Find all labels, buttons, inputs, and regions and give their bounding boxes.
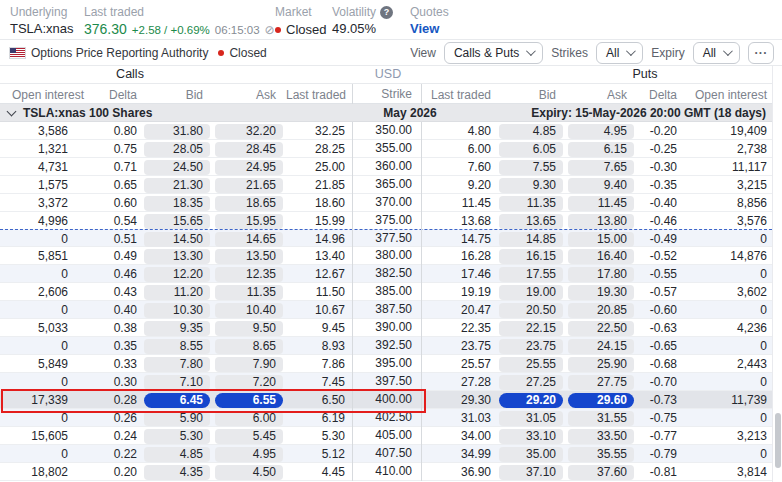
- expiry-group-row[interactable]: TSLA:xnas 100 Shares May 2026 Expiry: 15…: [0, 104, 772, 122]
- option-row-strike-397.50[interactable]: 00.307.107.207.45397.5027.2827.2527.75-0…: [0, 373, 772, 391]
- call-bid-quote-button[interactable]: 7.10: [144, 375, 210, 390]
- call-bid-quote-button[interactable]: 10.30: [144, 303, 210, 318]
- put-bid-quote-button[interactable]: 19.00: [499, 285, 563, 300]
- put-bid-quote-button[interactable]: 7.55: [499, 160, 563, 175]
- call-ask-quote-button[interactable]: 6.55: [215, 393, 283, 408]
- option-row-strike-405.00[interactable]: 15,6050.245.305.455.30405.0034.0033.1033…: [0, 427, 772, 445]
- view-dropdown[interactable]: Calls & Puts: [444, 42, 543, 64]
- call-bid-quote-button[interactable]: 28.05: [144, 142, 210, 157]
- put-ask-quote-button[interactable]: 4.95: [568, 124, 634, 139]
- put-ask-quote-button[interactable]: 29.60: [568, 393, 634, 408]
- call-ask-quote-button[interactable]: 18.65: [215, 196, 283, 211]
- put-ask-quote-button[interactable]: 33.50: [568, 429, 634, 444]
- call-ask-quote-button[interactable]: 6.00: [215, 411, 283, 426]
- option-row-strike-400.00[interactable]: 17,3390.286.456.556.50400.0029.3029.2029…: [0, 391, 772, 409]
- col-header-put-last-traded[interactable]: Last traded: [422, 87, 497, 102]
- put-ask-quote-button[interactable]: 37.60: [568, 465, 634, 480]
- call-ask-quote-button[interactable]: 7.90: [215, 357, 283, 372]
- call-ask-quote-button[interactable]: 28.45: [215, 142, 283, 157]
- call-bid-quote-button[interactable]: 12.20: [144, 267, 210, 282]
- col-header-call-ask[interactable]: Ask: [213, 87, 286, 102]
- option-row-strike-375.00[interactable]: 4,9960.5415.6515.9515.99375.0013.6813.65…: [0, 212, 772, 230]
- more-options-button[interactable]: ...: [748, 42, 774, 64]
- put-ask-quote-button[interactable]: 16.40: [568, 249, 634, 264]
- call-ask-quote-button[interactable]: 4.95: [215, 447, 283, 462]
- call-bid-quote-button[interactable]: 6.45: [144, 393, 210, 408]
- put-bid-quote-button[interactable]: 17.55: [499, 267, 563, 282]
- option-row-strike-377.50[interactable]: 00.5114.5014.6514.96377.5014.7514.8515.0…: [0, 229, 772, 247]
- put-bid-quote-button[interactable]: 16.15: [499, 249, 563, 264]
- call-bid-quote-button[interactable]: 4.35: [144, 465, 210, 480]
- put-bid-quote-button[interactable]: 6.05: [499, 142, 563, 157]
- put-ask-quote-button[interactable]: 9.40: [568, 178, 634, 193]
- put-ask-quote-button[interactable]: 31.55: [568, 411, 634, 426]
- put-ask-quote-button[interactable]: 19.30: [568, 285, 634, 300]
- col-header-strike[interactable]: Strike: [352, 84, 422, 104]
- call-ask-quote-button[interactable]: 12.35: [215, 267, 283, 282]
- put-ask-quote-button[interactable]: 17.80: [568, 267, 634, 282]
- call-ask-quote-button[interactable]: 7.20: [215, 375, 283, 390]
- option-row-strike-382.50[interactable]: 00.4612.2012.3512.67382.5017.4617.5517.8…: [0, 265, 772, 283]
- call-bid-quote-button[interactable]: 24.50: [144, 160, 210, 175]
- call-ask-quote-button[interactable]: 21.65: [215, 178, 283, 193]
- put-bid-quote-button[interactable]: 4.85: [499, 124, 563, 139]
- call-bid-quote-button[interactable]: 4.85: [144, 447, 210, 462]
- put-ask-quote-button[interactable]: 25.90: [568, 357, 634, 372]
- put-bid-quote-button[interactable]: 35.00: [499, 447, 563, 462]
- put-ask-quote-button[interactable]: 7.65: [568, 160, 634, 175]
- option-row-strike-370.00[interactable]: 3,3720.6018.3518.6518.60370.0011.4511.35…: [0, 194, 772, 212]
- call-bid-quote-button[interactable]: 18.35: [144, 196, 210, 211]
- put-ask-quote-button[interactable]: 6.15: [568, 142, 634, 157]
- call-bid-quote-button[interactable]: 11.20: [144, 285, 210, 300]
- col-header-put-bid[interactable]: Bid: [497, 87, 566, 102]
- option-row-strike-360.00[interactable]: 4,7310.7124.5024.9525.00360.007.607.557.…: [0, 158, 772, 176]
- put-ask-quote-button[interactable]: 15.00: [568, 232, 634, 247]
- quotes-view-link[interactable]: View: [410, 21, 449, 37]
- put-bid-quote-button[interactable]: 33.10: [499, 429, 563, 444]
- put-bid-quote-button[interactable]: 25.55: [499, 357, 563, 372]
- call-ask-quote-button[interactable]: 15.95: [215, 214, 283, 229]
- volatility-help-icon[interactable]: ?: [380, 6, 393, 19]
- put-bid-quote-button[interactable]: 14.85: [499, 232, 563, 247]
- option-row-strike-380.00[interactable]: 5,8510.4913.3013.5013.40380.0016.2816.15…: [0, 247, 772, 265]
- put-bid-quote-button[interactable]: 23.75: [499, 339, 563, 354]
- call-ask-quote-button[interactable]: 13.50: [215, 249, 283, 264]
- col-header-call-delta[interactable]: Delta: [75, 87, 142, 102]
- call-ask-quote-button[interactable]: 24.95: [215, 160, 283, 175]
- col-header-call-open-interest[interactable]: Open interest: [0, 87, 75, 102]
- put-bid-quote-button[interactable]: 20.50: [499, 303, 563, 318]
- call-ask-quote-button[interactable]: 11.35: [215, 285, 283, 300]
- col-header-put-ask[interactable]: Ask: [566, 87, 637, 102]
- call-ask-quote-button[interactable]: 10.40: [215, 303, 283, 318]
- call-bid-quote-button[interactable]: 9.35: [144, 321, 210, 336]
- expiry-dropdown[interactable]: All: [693, 42, 740, 64]
- put-bid-quote-button[interactable]: 9.30: [499, 178, 563, 193]
- put-ask-quote-button[interactable]: 20.85: [568, 303, 634, 318]
- call-bid-quote-button[interactable]: 31.80: [144, 124, 210, 139]
- call-bid-quote-button[interactable]: 15.65: [144, 214, 210, 229]
- option-row-strike-402.50[interactable]: 00.265.906.006.19402.5031.0331.0531.55-0…: [0, 409, 772, 427]
- option-row-strike-350.00[interactable]: 3,5860.8031.8032.2032.25350.004.804.854.…: [0, 122, 772, 140]
- collapse-chevron-icon[interactable]: [7, 106, 17, 116]
- option-row-strike-365.00[interactable]: 1,5750.6521.3021.6521.85365.009.209.309.…: [0, 176, 772, 194]
- option-row-strike-407.50[interactable]: 00.224.854.955.12407.5034.9935.0035.55-0…: [0, 445, 772, 463]
- call-bid-quote-button[interactable]: 21.30: [144, 178, 210, 193]
- put-bid-quote-button[interactable]: 13.65: [499, 214, 563, 229]
- put-ask-quote-button[interactable]: 27.75: [568, 375, 634, 390]
- call-bid-quote-button[interactable]: 7.80: [144, 357, 210, 372]
- option-row-strike-390.00[interactable]: 5,0330.389.359.509.45390.0022.3522.1522.…: [0, 319, 772, 337]
- option-row-strike-355.00[interactable]: 1,3210.7528.0528.4528.25355.006.006.056.…: [0, 140, 772, 158]
- put-ask-quote-button[interactable]: 35.55: [568, 447, 634, 462]
- put-bid-quote-button[interactable]: 31.05: [499, 411, 563, 426]
- call-bid-quote-button[interactable]: 8.55: [144, 339, 210, 354]
- col-header-call-last-traded[interactable]: Last traded: [286, 87, 352, 102]
- call-ask-quote-button[interactable]: 9.50: [215, 321, 283, 336]
- call-bid-quote-button[interactable]: 14.50: [144, 232, 210, 247]
- call-bid-quote-button[interactable]: 5.30: [144, 429, 210, 444]
- call-ask-quote-button[interactable]: 8.65: [215, 339, 283, 354]
- strikes-dropdown[interactable]: All: [596, 42, 643, 64]
- put-ask-quote-button[interactable]: 11.45: [568, 196, 634, 211]
- call-bid-quote-button[interactable]: 13.30: [144, 249, 210, 264]
- put-bid-quote-button[interactable]: 22.15: [499, 321, 563, 336]
- col-header-call-bid[interactable]: Bid: [142, 87, 213, 102]
